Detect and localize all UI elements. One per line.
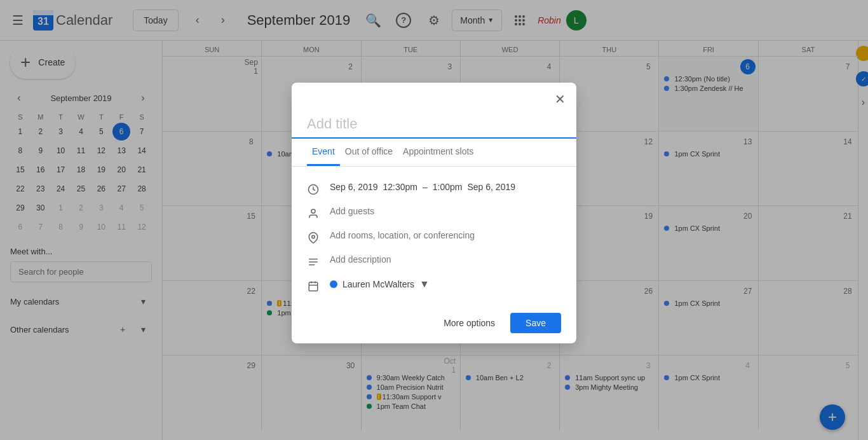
clock-icon <box>307 183 320 196</box>
add-location-placeholder[interactable]: Add rooms, location, or conferencing <box>330 230 561 240</box>
description-icon <box>307 256 320 268</box>
dialog-calendar-content: Lauren McWalters ▼ <box>330 278 561 290</box>
dialog-description-content: Add description <box>330 254 561 265</box>
add-description-placeholder[interactable]: Add description <box>330 254 561 265</box>
calendar-owner-display[interactable]: Lauren McWalters ▼ <box>330 278 561 290</box>
dialog-tabs: Event Out of office Appointment slots <box>292 139 576 167</box>
event-time-display: Sep 6, 2019 12:30pm – 1:00pm Sep 6, 2019 <box>330 182 561 192</box>
person-icon <box>307 207 320 220</box>
more-options-button[interactable]: More options <box>433 313 505 333</box>
tab-event[interactable]: Event <box>307 139 340 166</box>
svg-rect-6 <box>309 282 318 291</box>
dialog-header: ✕ <box>292 83 576 111</box>
dialog-footer: More options Save <box>292 308 576 343</box>
location-icon <box>307 231 320 244</box>
event-time-start[interactable]: 12:30pm <box>383 182 417 192</box>
save-button[interactable]: Save <box>510 313 561 333</box>
dialog-guests-row: Add guests <box>307 201 561 225</box>
dialog-description-row: Add description <box>307 249 561 273</box>
tab-appointment-slots[interactable]: Appointment slots <box>398 139 478 166</box>
dialog-close-button[interactable]: ✕ <box>548 88 571 111</box>
calendar-color-dot <box>330 280 337 288</box>
tab-out-of-office[interactable]: Out of office <box>340 139 398 166</box>
dialog-guests-content: Add guests <box>330 206 561 216</box>
dialog-location-row: Add rooms, location, or conferencing <box>307 225 561 249</box>
add-guests-placeholder[interactable]: Add guests <box>330 206 561 216</box>
event-time-end[interactable]: 1:00pm <box>433 182 463 192</box>
dialog-datetime-content: Sep 6, 2019 12:30pm – 1:00pm Sep 6, 2019 <box>330 182 561 192</box>
event-creation-dialog: ✕ Event Out of office Appointment slots … <box>292 83 576 343</box>
svg-point-2 <box>312 235 315 238</box>
event-date-start[interactable]: Sep 6, 2019 <box>330 182 378 192</box>
svg-point-1 <box>311 209 315 213</box>
event-title-input[interactable] <box>292 111 576 139</box>
dialog-location-content: Add rooms, location, or conferencing <box>330 230 561 240</box>
dialog-calendar-row: Lauren McWalters ▼ <box>307 273 561 298</box>
time-dash: – <box>423 182 428 192</box>
calendar-owner-chevron: ▼ <box>419 278 430 290</box>
calendar-owner-name: Lauren McWalters <box>342 279 414 289</box>
event-date-end[interactable]: Sep 6, 2019 <box>468 182 516 192</box>
close-icon: ✕ <box>555 92 566 107</box>
dialog-datetime-row: Sep 6, 2019 12:30pm – 1:00pm Sep 6, 2019 <box>307 177 561 201</box>
dialog-body: Sep 6, 2019 12:30pm – 1:00pm Sep 6, 2019… <box>292 172 576 308</box>
calendar-icon <box>307 280 320 292</box>
